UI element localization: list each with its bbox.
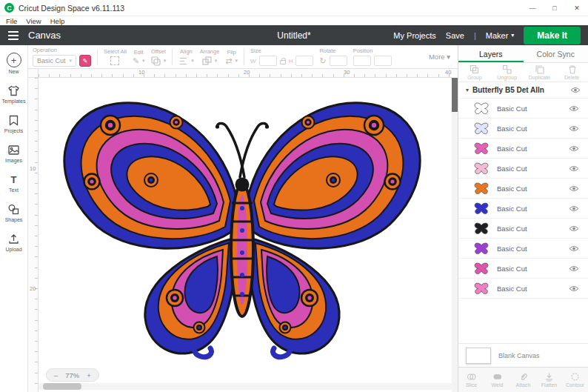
butterfly-thumbnail-icon: [473, 162, 490, 175]
group-button[interactable]: Group: [458, 64, 491, 80]
layer-row[interactable]: Basic Cut: [458, 139, 588, 159]
layer-row[interactable]: Basic Cut: [458, 119, 588, 139]
make-it-button[interactable]: Make It: [524, 27, 581, 44]
contour-icon: [570, 372, 580, 382]
ruler-corner: [28, 69, 39, 78]
layer-row[interactable]: Basic Cut: [458, 159, 588, 179]
visibility-eye-icon[interactable]: [570, 87, 581, 93]
height-input[interactable]: [295, 56, 313, 66]
sidebar-item-shapes[interactable]: Shapes: [5, 203, 23, 222]
position-x-input[interactable]: [353, 56, 371, 66]
arrange-group[interactable]: Arrange ▾: [200, 48, 220, 66]
offset-icon: [151, 56, 161, 66]
menu-help[interactable]: Help: [50, 17, 65, 25]
layer-row[interactable]: Basic Cut: [458, 219, 588, 239]
blank-canvas-row[interactable]: Blank Canvas: [458, 343, 588, 367]
rotate-input[interactable]: [330, 56, 347, 66]
tab-layers[interactable]: Layers: [458, 45, 524, 62]
butterfly-thumbnail-icon: [473, 222, 490, 235]
visibility-eye-icon[interactable]: [569, 125, 579, 132]
duplicate-button[interactable]: Duplicate: [524, 64, 556, 80]
layer-label: Basic Cut: [497, 265, 569, 273]
attach-button[interactable]: Attach: [510, 372, 536, 388]
ungroup-icon: [502, 64, 512, 74]
toolbar-divider: [172, 49, 173, 65]
visibility-eye-icon[interactable]: [569, 285, 579, 292]
menu-view[interactable]: View: [26, 17, 41, 25]
color-swatch[interactable]: ✎: [79, 55, 91, 67]
weld-button[interactable]: Weld: [484, 372, 510, 388]
butterfly-artwork[interactable]: [46, 81, 438, 361]
horizontal-scrollbar-thumb[interactable]: [43, 383, 81, 390]
tab-color-sync[interactable]: Color Sync: [524, 45, 588, 62]
slice-icon: [467, 372, 476, 382]
visibility-eye-icon[interactable]: [569, 205, 579, 212]
layer-row[interactable]: Basic Cut: [458, 259, 588, 279]
position-label: Position: [353, 47, 373, 54]
maximize-icon[interactable]: □: [544, 0, 566, 16]
hamburger-menu-icon[interactable]: [0, 25, 27, 45]
chevron-down-icon[interactable]: ▾: [466, 87, 469, 93]
sidebar-item-text[interactable]: T Text: [7, 173, 20, 193]
toolbar-divider: [244, 49, 244, 65]
sidebar-item-images[interactable]: Images: [5, 144, 22, 163]
visibility-eye-icon[interactable]: [569, 265, 579, 272]
layer-row[interactable]: Basic Cut: [458, 99, 588, 119]
close-icon[interactable]: ✕: [566, 0, 588, 16]
visibility-eye-icon[interactable]: [569, 145, 579, 152]
flip-group[interactable]: Flip ⇄▾: [225, 49, 238, 65]
ungroup-button[interactable]: Ungroup: [491, 64, 524, 80]
select-all-group[interactable]: Select All: [104, 48, 127, 65]
machine-selector[interactable]: Maker ▾: [486, 31, 515, 40]
delete-button[interactable]: Delete: [555, 64, 588, 80]
layer-group-header[interactable]: ▾ Butterfly B5 Det Alln: [458, 82, 588, 99]
flatten-button[interactable]: Flatten: [536, 372, 562, 388]
zoom-in-button[interactable]: +: [87, 371, 91, 379]
menu-file[interactable]: File: [6, 17, 17, 25]
layer-row[interactable]: Basic Cut: [458, 239, 588, 259]
sidebar-item-new[interactable]: + New: [7, 53, 21, 74]
horizontal-scrollbar[interactable]: [39, 383, 452, 390]
sidebar-item-templates[interactable]: Templates: [2, 84, 26, 104]
contour-button[interactable]: Contour: [562, 372, 588, 388]
design-canvas[interactable]: – 77% +: [39, 78, 452, 392]
offset-group[interactable]: Offset ▾: [151, 48, 167, 66]
sidebar-item-upload[interactable]: Upload: [5, 233, 21, 252]
canvas-color-swatch[interactable]: [466, 348, 491, 364]
butterfly-thumbnail-icon: [473, 202, 490, 215]
layer-label: Basic Cut: [497, 185, 569, 193]
vertical-scrollbar[interactable]: [452, 78, 458, 392]
more-button[interactable]: More ▾: [429, 53, 453, 61]
sidebar-item-projects[interactable]: Projects: [4, 114, 23, 133]
visibility-eye-icon[interactable]: [569, 165, 579, 172]
blank-canvas-label: Blank Canvas: [498, 352, 540, 359]
layer-label: Basic Cut: [497, 285, 569, 293]
layer-row[interactable]: Basic Cut: [458, 179, 588, 199]
canvas-label: Canvas: [28, 30, 61, 41]
vertical-scrollbar-thumb[interactable]: [452, 78, 458, 112]
visibility-eye-icon[interactable]: [569, 225, 579, 232]
titlebar: C Cricut Design Space v6.11.113 — □ ✕: [0, 0, 588, 16]
lock-icon[interactable]: [280, 60, 286, 64]
position-y-input[interactable]: [374, 56, 392, 66]
chevron-down-icon: ▾: [142, 58, 145, 64]
width-input[interactable]: [259, 56, 277, 66]
minimize-icon[interactable]: —: [521, 0, 544, 16]
my-projects-link[interactable]: My Projects: [393, 31, 435, 40]
slice-button[interactable]: Slice: [458, 372, 484, 388]
butterfly-thumbnail-icon: [473, 282, 490, 295]
save-link[interactable]: Save: [446, 31, 464, 40]
zoom-out-button[interactable]: –: [54, 371, 58, 379]
layer-actions: Group Ungroup Duplicate Delete: [458, 63, 588, 82]
edit-group[interactable]: Edit ✎▾: [133, 49, 145, 65]
visibility-eye-icon[interactable]: [569, 105, 579, 112]
visibility-eye-icon[interactable]: [569, 185, 579, 192]
align-group[interactable]: Align ▾: [178, 48, 194, 66]
layer-tools-bar: Slice Weld Attach Flatten Contour: [458, 367, 588, 392]
app-title: Cricut Design Space v6.11.113: [19, 4, 124, 13]
operation-dropdown[interactable]: Basic Cut ▾: [33, 55, 76, 67]
layer-row[interactable]: Basic Cut: [458, 199, 588, 219]
layer-row[interactable]: Basic Cut: [458, 279, 588, 299]
visibility-eye-icon[interactable]: [569, 245, 579, 252]
layer-label: Basic Cut: [497, 124, 569, 133]
